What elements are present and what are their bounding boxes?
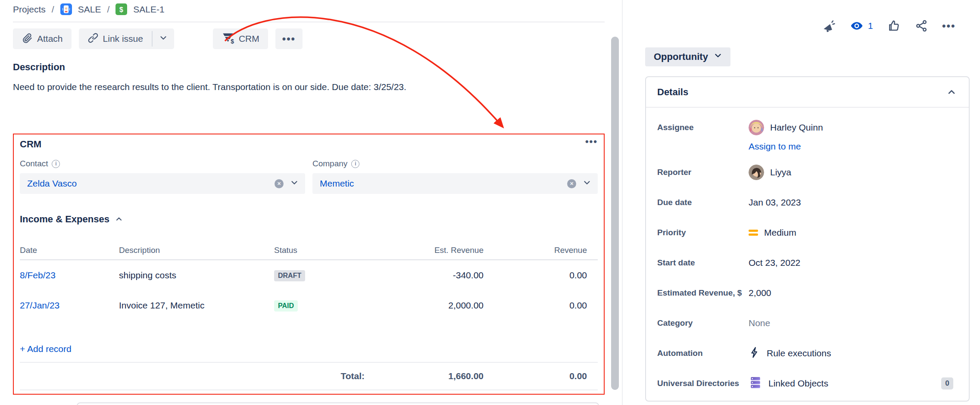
record-date-link[interactable]: 8/Feb/23	[20, 270, 119, 280]
crm-app-button[interactable]: $ CRM	[213, 28, 268, 49]
priority-value[interactable]: Medium	[749, 227, 953, 238]
col-header-est-revenue: Est. Revenue	[365, 246, 484, 255]
chevron-down-icon[interactable]	[582, 178, 592, 189]
col-header-date: Date	[20, 246, 119, 255]
contact-value: Zelda Vasco	[27, 178, 77, 189]
lightning-bolt-icon	[749, 346, 761, 361]
description-text[interactable]: Need to provide the research results to …	[13, 82, 530, 92]
clear-icon[interactable]: ✕	[275, 179, 284, 188]
directories-stack-icon	[749, 376, 762, 392]
table-row: 8/Feb/23 shipping costs DRAFT -340.00 0.…	[20, 260, 598, 290]
start-date-label: Start date	[657, 258, 749, 268]
status-label: Opportunity	[654, 51, 708, 62]
start-date-field: Start date Oct 23, 2022	[657, 253, 953, 272]
issue-type-icon: $	[115, 3, 127, 15]
assign-to-me-link[interactable]: Assign to me	[749, 141, 801, 152]
assign-to-me-row: Assign to me	[657, 141, 953, 152]
start-date-value[interactable]: Oct 23, 2022	[749, 258, 953, 268]
attach-button[interactable]: Attach	[13, 28, 72, 49]
details-panel: Details Assignee Harley Quinn Assign to …	[645, 76, 970, 402]
paperclip-icon	[22, 32, 33, 46]
description-heading: Description	[13, 62, 65, 73]
details-title: Details	[657, 87, 688, 98]
due-date-value[interactable]: Jan 03, 2023	[749, 197, 953, 208]
reporter-name: Liyya	[770, 167, 791, 178]
record-revenue: 0.00	[484, 270, 587, 280]
feedback-megaphone-icon[interactable]	[822, 19, 836, 33]
automation-value[interactable]: Rule executions	[749, 346, 953, 361]
status-dropdown-button[interactable]: Opportunity	[645, 47, 730, 66]
automation-text: Rule executions	[767, 348, 831, 358]
watch-eye-icon	[850, 19, 864, 33]
crm-funnel-icon: $	[222, 31, 234, 47]
col-header-status: Status	[274, 246, 365, 255]
link-issue-split-button: Link issue	[79, 28, 174, 49]
add-record-link[interactable]: + Add record	[20, 344, 72, 355]
total-row: Total: 1,660.00 0.00	[20, 363, 598, 389]
vertical-scrollbar[interactable]	[611, 37, 619, 390]
breadcrumb-separator-2: /	[107, 4, 109, 15]
chevron-down-icon[interactable]	[290, 178, 299, 189]
assignee-name: Harley Quinn	[770, 122, 823, 133]
linked-objects-count-badge: 0	[941, 377, 953, 389]
link-issue-dropdown-button[interactable]	[153, 28, 174, 49]
svg-text:$: $	[119, 6, 123, 13]
breadcrumb-project-link[interactable]: SALE	[78, 4, 101, 15]
details-header[interactable]: Details	[646, 77, 969, 108]
header-more-icon[interactable]: •••	[942, 19, 956, 33]
collapse-chevron-up-icon[interactable]	[115, 215, 123, 224]
issue-toolbar: Attach Link issue $ CRM •••	[13, 28, 303, 49]
collapse-chevron-up-icon[interactable]	[946, 87, 957, 97]
total-est-revenue: 1,660.00	[365, 371, 484, 381]
info-icon[interactable]: i	[52, 160, 60, 168]
col-header-description: Description	[119, 246, 274, 255]
clear-icon[interactable]: ✕	[567, 179, 576, 188]
reporter-value[interactable]: Liyya	[749, 165, 953, 180]
category-value[interactable]: None	[749, 318, 953, 328]
crm-button-label: CRM	[239, 34, 259, 44]
total-label: Total:	[274, 371, 365, 381]
toolbar-more-button[interactable]: •••	[275, 28, 303, 49]
panel-divider	[622, 0, 623, 405]
company-field-group: Company i Memetic ✕	[312, 159, 598, 194]
priority-label: Priority	[657, 228, 749, 237]
universal-directories-label: Universal Directories	[657, 379, 749, 388]
breadcrumb-issue-link[interactable]: SALE-1	[133, 4, 164, 15]
watch-count: 1	[868, 21, 873, 31]
estimated-revenue-value[interactable]: 2,000	[749, 288, 953, 298]
category-field: Category None	[657, 314, 953, 333]
income-expenses-title: Income & Expenses	[20, 214, 109, 225]
crm-panel-more-button[interactable]: •••	[585, 139, 598, 145]
reporter-avatar	[749, 165, 764, 180]
record-est-revenue: 2,000.00	[365, 300, 484, 311]
watch-toggle[interactable]: 1	[850, 19, 873, 33]
total-revenue: 0.00	[484, 371, 587, 381]
record-date-link[interactable]: 27/Jan/23	[20, 300, 119, 311]
info-icon[interactable]: i	[351, 160, 359, 168]
link-issue-label: Link issue	[103, 34, 143, 44]
reporter-field: Reporter Liyya	[657, 163, 953, 182]
company-select[interactable]: Memetic ✕	[312, 173, 598, 194]
col-header-revenue: Revenue	[484, 246, 587, 255]
linked-objects-text: Linked Objects	[768, 378, 828, 389]
assignee-value[interactable]: Harley Quinn	[749, 120, 953, 135]
estimated-revenue-text: 2,000	[749, 288, 771, 298]
chevron-down-icon	[713, 51, 723, 63]
record-description: Invoice 127, Memetic	[119, 300, 274, 311]
link-icon	[87, 32, 99, 46]
priority-text: Medium	[764, 227, 796, 238]
issue-view-page: Projects / SALE / $ SALE-1 Attach Link i…	[0, 0, 980, 405]
priority-medium-icon	[749, 230, 758, 236]
record-revenue: 0.00	[484, 300, 587, 311]
link-issue-button[interactable]: Link issue	[79, 28, 152, 49]
automation-field: Automation Rule executions	[657, 344, 953, 363]
contact-select[interactable]: Zelda Vasco ✕	[20, 173, 305, 194]
breadcrumb-projects-link[interactable]: Projects	[13, 4, 46, 15]
linked-objects-value[interactable]: Linked Objects 0	[749, 376, 953, 392]
status-badge: DRAFT	[274, 270, 305, 281]
contact-field-group: Contact i Zelda Vasco ✕	[20, 159, 305, 194]
automation-label: Automation	[657, 349, 749, 358]
share-icon[interactable]	[914, 19, 928, 33]
crm-panel-title: CRM	[20, 139, 41, 150]
like-thumb-icon[interactable]	[887, 19, 901, 33]
